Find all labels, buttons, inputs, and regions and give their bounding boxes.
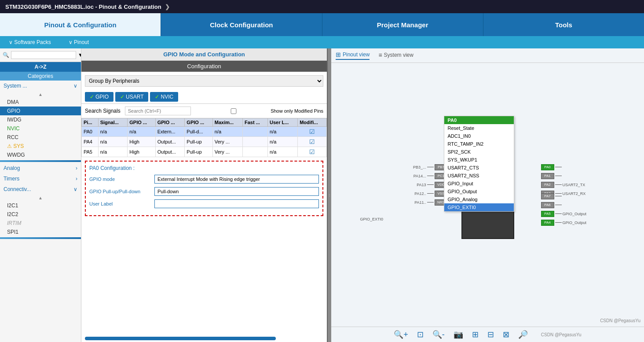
sidebar-item-gpio[interactable]: GPIO	[0, 107, 81, 115]
pa0-stub	[555, 167, 562, 167]
table-row[interactable]: PA5 n/a High Output... Pull-up Very ... …	[82, 147, 327, 157]
group-by-select[interactable]: Group By Peripherals	[85, 75, 323, 87]
drag-handle[interactable]: ⋮	[328, 48, 331, 342]
sidebar-section-header-system[interactable]: System ... ∨	[0, 81, 81, 91]
tab-gpio[interactable]: ✓ GPIO	[85, 92, 113, 102]
cell-pa4-signal: n/a	[98, 137, 128, 147]
sidebar-item-rcc[interactable]: RCC	[0, 133, 81, 142]
show-modified-checkbox[interactable]	[198, 108, 269, 114]
split-icon[interactable]: ⊟	[487, 330, 494, 339]
sub-nav-software-packs[interactable]: ∨ Software Packs	[9, 39, 51, 45]
col-gpio1[interactable]: GPIO ...	[128, 118, 155, 127]
menu-item-adc1-in0[interactable]: ADC1_IN0	[444, 132, 514, 140]
sub-nav-pinout[interactable]: ∨ Pinout	[69, 39, 89, 45]
cell-pa4-modified[interactable]: ☑	[298, 137, 327, 147]
pinout-area: PA0 Reset_State ADC1_IN0 RTC_TAMP_IN2 SP…	[331, 63, 644, 327]
sidebar-item-wwdg[interactable]: WWDG	[0, 151, 81, 159]
pin-row-pa2: PA2 USART2_TX	[541, 182, 593, 188]
sidebar-section-header-timers[interactable]: Timers ›	[0, 173, 81, 184]
pin-row-pa0: PA0	[541, 164, 593, 170]
col-max[interactable]: Maxim...	[212, 118, 242, 127]
cell-pa5-modified[interactable]: ☑	[298, 147, 327, 157]
sidebar-item-sys[interactable]: ⚠ SYS	[0, 142, 81, 151]
search-bottom-icon[interactable]: 🔎	[518, 330, 528, 339]
sidebar-item-nvic[interactable]: NVIC	[0, 124, 81, 133]
menu-item-gpio-output[interactable]: GPIO_Output	[444, 188, 514, 195]
menu-item-rtc-tamp[interactable]: RTC_TAMP_IN2	[444, 140, 514, 148]
user-label-input[interactable]	[154, 199, 319, 208]
tab-system-view[interactable]: ≡ System view	[378, 51, 413, 60]
gpio-mode-value[interactable]: External Interrupt Mode with Rising edge…	[154, 175, 319, 184]
scroll-up-indicator2[interactable]: ▲	[0, 195, 81, 201]
pb7-stub	[427, 167, 434, 167]
gpio-table: Pi... Signal... GPIO ... GPIO ... GPIO .…	[81, 118, 327, 157]
zoom-in-icon[interactable]: 🔍+	[394, 330, 408, 339]
table-row[interactable]: PA4 n/a High Output... Pull-up Very ... …	[82, 137, 327, 147]
scroll-up-indicator[interactable]: ▲	[0, 91, 81, 98]
camera-icon[interactable]: 📷	[454, 330, 463, 339]
col-signal[interactable]: Signal...	[98, 118, 128, 127]
sidebar-categories-button[interactable]: Categories	[0, 72, 81, 81]
col-fast[interactable]: Fast ...	[242, 118, 267, 127]
pa2-box[interactable]: PA2	[541, 182, 554, 188]
sidebar-item-i2c2[interactable]: I2C2	[0, 210, 81, 219]
sidebar-item-irtim[interactable]: IRTIM	[0, 219, 81, 228]
menu-item-spi2-sck[interactable]: SPI2_SCK	[444, 148, 514, 156]
fit-icon[interactable]: ⊡	[417, 330, 424, 339]
pa7-box[interactable]: PA7	[541, 193, 554, 199]
zoom-out-icon[interactable]: 🔍-	[432, 330, 445, 339]
config-header: Configuration	[81, 61, 327, 72]
cell-pa0-user: n/a	[267, 127, 297, 137]
col-modified[interactable]: Modifi...	[298, 118, 327, 127]
sidebar-az-button[interactable]: A->Z	[0, 62, 81, 72]
pa0-dropdown-menu: PA0 Reset_State ADC1_IN0 RTC_TAMP_IN2 SP…	[444, 116, 514, 212]
col-gpio2[interactable]: GPIO ...	[155, 118, 185, 127]
cell-pa0-modified[interactable]: ☑	[298, 127, 327, 137]
sidebar-search-dropdown-icon[interactable]: ▼	[78, 52, 81, 58]
menu-item-usart2-nss[interactable]: USART2_NSS	[444, 172, 514, 180]
menu-item-reset-state[interactable]: Reset_State	[444, 124, 514, 132]
table-row[interactable]: PA0 n/a n/a Extern... Pull-d... n/a n/a …	[82, 127, 327, 137]
pa4-box[interactable]: PA4	[541, 220, 554, 226]
sidebar-section-header-connectivity[interactable]: Connectiv... ∨	[0, 184, 81, 195]
pa0-box[interactable]: PA0	[541, 164, 554, 170]
title-bar: STM32G030F6P6_HMC5883L.ioc - Pinout & Co…	[0, 0, 644, 13]
pa5-box[interactable]: PA5	[541, 211, 554, 217]
sidebar-item-iwdg[interactable]: IWDG	[0, 115, 81, 124]
cell-pa4-pin: PA4	[82, 137, 99, 147]
sub-nav: ∨ Software Packs ∨ Pinout	[0, 36, 644, 48]
pa6-box[interactable]: PA6	[541, 202, 554, 208]
gpio-pull-value[interactable]: Pull-down	[154, 187, 319, 196]
sidebar-search-input[interactable]	[11, 51, 76, 59]
menu-item-sys-wkup1[interactable]: SYS_WKUP1	[444, 156, 514, 164]
horizontal-scrollbar[interactable]	[85, 337, 276, 340]
menu-item-usart2-cts[interactable]: USART2_CTS	[444, 164, 514, 172]
menu-item-gpio-input[interactable]: GPIO_Input	[444, 180, 514, 188]
tab-pinout-configuration[interactable]: Pinout & Configuration	[0, 13, 161, 36]
cell-pa4-fast	[242, 137, 267, 147]
sidebar-item-dma[interactable]: DMA	[0, 98, 81, 107]
menu-item-gpio-analog[interactable]: GPIO_Analog	[444, 195, 514, 203]
tab-project-manager[interactable]: Project Manager	[322, 13, 483, 36]
col-user[interactable]: User L...	[267, 118, 297, 127]
menu-item-gpio-exti0[interactable]: GPIO_EXTI0	[444, 203, 514, 211]
cell-pa5-signal: n/a	[98, 147, 128, 157]
pa1-stub	[555, 176, 562, 176]
tab-tools[interactable]: Tools	[483, 13, 644, 36]
sidebar-item-i2c1[interactable]: I2C1	[0, 201, 81, 210]
pa1-box[interactable]: PA1	[541, 173, 554, 179]
tab-clock-configuration[interactable]: Clock Configuration	[161, 13, 322, 36]
grid-view-icon[interactable]: ⊠	[503, 330, 509, 339]
cell-pa5-gpio1: High	[128, 147, 155, 157]
tab-usart[interactable]: ✓ USART	[115, 92, 148, 102]
col-gpio3[interactable]: GPIO ...	[185, 118, 212, 127]
pin-row-nrs: PA11.. NRS	[409, 199, 448, 206]
col-pin[interactable]: Pi...	[82, 118, 99, 127]
sidebar-section-header-analog[interactable]: Analog ›	[0, 163, 81, 173]
sidebar-item-spi1[interactable]: SPI1	[0, 228, 81, 236]
tab-nvic[interactable]: ✓ NVIC	[150, 92, 178, 102]
search-signals-input[interactable]	[125, 107, 191, 115]
layout-icon[interactable]: ⊞	[472, 330, 479, 339]
tab-pinout-view[interactable]: ⊞ Pinout view	[336, 51, 370, 60]
cell-pa4-max: Very ...	[212, 137, 242, 147]
